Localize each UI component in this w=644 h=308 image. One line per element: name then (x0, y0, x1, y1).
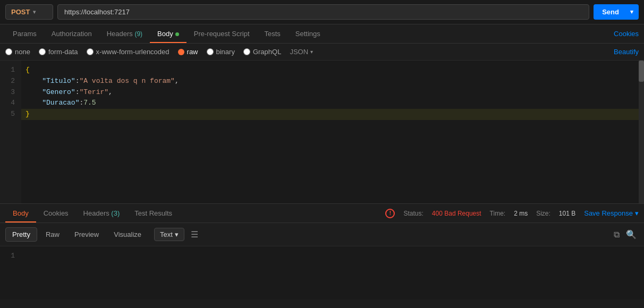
method-chevron: ▾ (33, 9, 36, 15)
cookies-link[interactable]: Cookies (614, 30, 639, 38)
code-line-5: } (21, 109, 644, 120)
search-icon[interactable]: 🔍 (624, 227, 639, 242)
response-view-tabs: Pretty Raw Preview Visualize Text ▾ ☰ ⧉ … (0, 223, 644, 246)
request-body-editor[interactable]: 1 2 3 4 5 { "Titulo":"A volta dos q n fo… (0, 61, 644, 204)
option-formdata[interactable]: form-data (39, 48, 78, 56)
status-code: 400 Bad Request (432, 210, 481, 217)
tab-prerequest[interactable]: Pre-request Script (187, 24, 257, 43)
option-urlencoded[interactable]: x-www-form-urlencoded (87, 48, 170, 56)
response-tab-cookies[interactable]: Cookies (36, 204, 76, 223)
tab-headers[interactable]: Headers (9) (99, 24, 150, 43)
send-button[interactable]: Send ▾ (594, 4, 639, 20)
alert-circle-icon: ! (385, 209, 395, 218)
tab-settings[interactable]: Settings (288, 24, 328, 43)
size-label: Size: (536, 210, 550, 217)
response-body-area: 1 (0, 246, 644, 300)
option-raw[interactable]: raw (178, 48, 198, 56)
json-format-select[interactable]: JSON ▾ (290, 48, 313, 56)
send-label: Send (602, 8, 619, 16)
text-format-arrow: ▾ (175, 230, 179, 238)
code-content[interactable]: { "Titulo":"A volta dos q n foram", "Gen… (21, 61, 644, 203)
option-binary[interactable]: binary (207, 48, 235, 56)
option-graphql[interactable]: GraphQL (243, 48, 281, 56)
response-line-numbers: 1 (0, 251, 21, 262)
option-none[interactable]: none (5, 48, 30, 56)
body-options-bar: none form-data x-www-form-urlencoded raw… (0, 44, 644, 61)
response-tab-headers[interactable]: Headers (3) (76, 204, 128, 223)
method-label: POST (11, 8, 30, 16)
line-numbers: 1 2 3 4 5 (0, 61, 21, 203)
status-label: Status: (403, 210, 423, 217)
save-response-button[interactable]: Save Response ▾ (584, 209, 639, 217)
code-line-4: "Duracao":7.5 (26, 98, 640, 109)
request-nav-tabs: Params Authorization Headers (9) Body Pr… (0, 24, 644, 44)
method-select[interactable]: POST ▾ (5, 4, 53, 20)
time-value: 2 ms (514, 210, 528, 217)
send-arrow: ▾ (625, 8, 639, 15)
scrollbar-thumb (639, 61, 644, 82)
view-tab-raw[interactable]: Raw (39, 228, 66, 241)
code-line-2: "Titulo":"A volta dos q n foram", (26, 76, 640, 87)
json-arrow: ▾ (310, 49, 313, 55)
response-tab-body[interactable]: Body (5, 204, 36, 223)
raw-dot (178, 49, 184, 55)
code-line-3: "Genero":"Terir", (26, 87, 640, 98)
response-tab-testresults[interactable]: Test Results (127, 204, 180, 223)
top-bar: POST ▾ Send ▾ (0, 0, 644, 24)
response-status-area: ! Status: 400 Bad Request Time: 2 ms Siz… (385, 209, 639, 218)
url-input[interactable] (57, 4, 589, 20)
tab-body[interactable]: Body (150, 24, 187, 43)
editor-scrollbar[interactable] (639, 61, 644, 203)
view-tab-visualize[interactable]: Visualize (107, 228, 148, 241)
response-nav-tabs: Body Cookies Headers (3) Test Results ! … (0, 204, 644, 223)
response-lines: 1 (0, 251, 644, 262)
beautify-button[interactable]: Beautify (614, 48, 639, 56)
tab-params[interactable]: Params (5, 24, 44, 43)
status-icon: ! (385, 209, 395, 218)
code-line-1: { (26, 65, 640, 76)
save-response-arrow: ▾ (635, 209, 639, 217)
filter-icon[interactable]: ☰ (191, 229, 198, 239)
copy-icon[interactable]: ⧉ (612, 228, 622, 242)
text-format-select[interactable]: Text ▾ (154, 228, 184, 241)
view-tab-pretty[interactable]: Pretty (5, 227, 37, 242)
size-value: 101 B (559, 210, 575, 217)
tab-tests[interactable]: Tests (257, 24, 288, 43)
tab-authorization[interactable]: Authorization (44, 24, 99, 43)
view-tab-preview[interactable]: Preview (68, 228, 105, 241)
time-label: Time: (490, 210, 506, 217)
